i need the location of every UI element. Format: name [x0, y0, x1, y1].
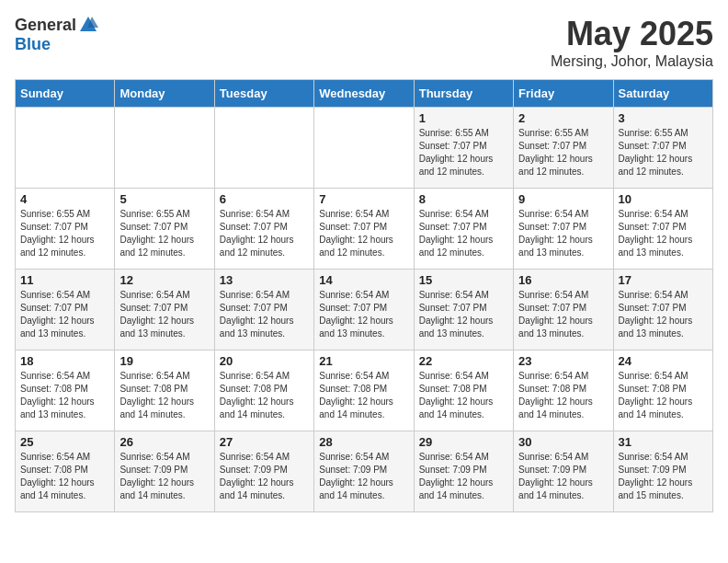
day-number: 12 [119, 273, 209, 287]
day-number: 10 [619, 192, 708, 206]
day-number: 28 [319, 435, 408, 449]
day-number: 23 [518, 354, 608, 368]
day-number: 19 [119, 354, 209, 368]
day-info: Sunrise: 6:54 AM Sunset: 7:07 PM Dayligh… [518, 289, 608, 340]
calendar-cell: 27Sunrise: 6:54 AM Sunset: 7:09 PM Dayli… [214, 431, 313, 512]
day-header-saturday: Saturday [613, 80, 712, 108]
day-number: 8 [419, 192, 508, 206]
calendar-cell: 21Sunrise: 6:54 AM Sunset: 7:08 PM Dayli… [314, 350, 414, 431]
calendar-cell: 15Sunrise: 6:54 AM Sunset: 7:07 PM Dayli… [414, 270, 513, 350]
day-number: 9 [518, 192, 608, 206]
day-info: Sunrise: 6:54 AM Sunset: 7:07 PM Dayligh… [619, 289, 708, 340]
calendar-cell: 9Sunrise: 6:54 AM Sunset: 7:07 PM Daylig… [514, 189, 613, 270]
calendar-cell: 10Sunrise: 6:54 AM Sunset: 7:07 PM Dayli… [613, 189, 712, 270]
day-info: Sunrise: 6:54 AM Sunset: 7:09 PM Dayligh… [220, 451, 309, 502]
calendar-cell [314, 108, 414, 189]
day-info: Sunrise: 6:54 AM Sunset: 7:07 PM Dayligh… [619, 208, 708, 259]
day-number: 16 [518, 273, 608, 287]
calendar-cell: 20Sunrise: 6:54 AM Sunset: 7:08 PM Dayli… [214, 350, 313, 431]
day-number: 2 [518, 111, 608, 125]
day-number: 20 [220, 354, 309, 368]
day-info: Sunrise: 6:54 AM Sunset: 7:08 PM Dayligh… [319, 370, 408, 421]
day-info: Sunrise: 6:54 AM Sunset: 7:07 PM Dayligh… [518, 208, 608, 259]
day-info: Sunrise: 6:54 AM Sunset: 7:07 PM Dayligh… [20, 289, 109, 340]
day-header-friday: Friday [514, 80, 613, 108]
calendar-week-row: 18Sunrise: 6:54 AM Sunset: 7:08 PM Dayli… [16, 350, 713, 431]
day-number: 11 [20, 273, 109, 287]
day-info: Sunrise: 6:55 AM Sunset: 7:07 PM Dayligh… [419, 127, 508, 178]
day-info: Sunrise: 6:54 AM Sunset: 7:07 PM Dayligh… [419, 208, 508, 259]
calendar-cell: 12Sunrise: 6:54 AM Sunset: 7:07 PM Dayli… [115, 270, 214, 350]
calendar-cell: 4Sunrise: 6:55 AM Sunset: 7:07 PM Daylig… [16, 189, 115, 270]
logo: General Blue [15, 15, 98, 54]
calendar-cell [115, 108, 214, 189]
calendar-cell: 29Sunrise: 6:54 AM Sunset: 7:09 PM Dayli… [414, 431, 513, 512]
calendar-cell [214, 108, 313, 189]
day-info: Sunrise: 6:55 AM Sunset: 7:07 PM Dayligh… [518, 127, 608, 178]
day-info: Sunrise: 6:54 AM Sunset: 7:07 PM Dayligh… [220, 208, 309, 259]
day-info: Sunrise: 6:55 AM Sunset: 7:07 PM Dayligh… [619, 127, 708, 178]
day-number: 25 [20, 435, 109, 449]
calendar-cell: 7Sunrise: 6:54 AM Sunset: 7:07 PM Daylig… [314, 189, 414, 270]
calendar-cell: 1Sunrise: 6:55 AM Sunset: 7:07 PM Daylig… [414, 108, 513, 189]
calendar-week-row: 4Sunrise: 6:55 AM Sunset: 7:07 PM Daylig… [16, 189, 713, 270]
day-info: Sunrise: 6:54 AM Sunset: 7:07 PM Dayligh… [319, 289, 408, 340]
day-number: 31 [619, 435, 708, 449]
logo-blue-text: Blue [15, 35, 51, 53]
day-info: Sunrise: 6:54 AM Sunset: 7:09 PM Dayligh… [619, 451, 708, 502]
day-number: 30 [518, 435, 608, 449]
calendar-cell: 23Sunrise: 6:54 AM Sunset: 7:08 PM Dayli… [514, 350, 613, 431]
day-number: 14 [319, 273, 408, 287]
logo-general-text: General [15, 16, 76, 35]
day-info: Sunrise: 6:54 AM Sunset: 7:09 PM Dayligh… [119, 451, 209, 502]
day-info: Sunrise: 6:54 AM Sunset: 7:09 PM Dayligh… [319, 451, 408, 502]
calendar-cell: 28Sunrise: 6:54 AM Sunset: 7:09 PM Dayli… [314, 431, 414, 512]
calendar-cell: 22Sunrise: 6:54 AM Sunset: 7:08 PM Dayli… [414, 350, 513, 431]
calendar-cell: 26Sunrise: 6:54 AM Sunset: 7:09 PM Dayli… [115, 431, 214, 512]
day-number: 4 [20, 192, 109, 206]
day-header-tuesday: Tuesday [214, 80, 313, 108]
day-number: 3 [619, 111, 708, 125]
calendar-cell: 14Sunrise: 6:54 AM Sunset: 7:07 PM Dayli… [314, 270, 414, 350]
header: General Blue May 2025 Mersing, Johor, Ma… [15, 15, 713, 70]
day-number: 15 [419, 273, 508, 287]
calendar-cell: 11Sunrise: 6:54 AM Sunset: 7:07 PM Dayli… [16, 270, 115, 350]
day-header-thursday: Thursday [414, 80, 513, 108]
day-info: Sunrise: 6:54 AM Sunset: 7:08 PM Dayligh… [518, 370, 608, 421]
day-number: 7 [319, 192, 408, 206]
day-info: Sunrise: 6:55 AM Sunset: 7:07 PM Dayligh… [20, 208, 109, 259]
calendar-cell: 25Sunrise: 6:54 AM Sunset: 7:08 PM Dayli… [16, 431, 115, 512]
day-info: Sunrise: 6:54 AM Sunset: 7:08 PM Dayligh… [419, 370, 508, 421]
calendar-cell: 13Sunrise: 6:54 AM Sunset: 7:07 PM Dayli… [214, 270, 313, 350]
day-header-wednesday: Wednesday [314, 80, 414, 108]
calendar-cell: 3Sunrise: 6:55 AM Sunset: 7:07 PM Daylig… [613, 108, 712, 189]
day-number: 5 [119, 192, 209, 206]
calendar-cell: 24Sunrise: 6:54 AM Sunset: 7:08 PM Dayli… [613, 350, 712, 431]
day-info: Sunrise: 6:54 AM Sunset: 7:07 PM Dayligh… [220, 289, 309, 340]
day-number: 6 [220, 192, 309, 206]
calendar-cell: 8Sunrise: 6:54 AM Sunset: 7:07 PM Daylig… [414, 189, 513, 270]
day-info: Sunrise: 6:54 AM Sunset: 7:07 PM Dayligh… [119, 289, 209, 340]
calendar-cell: 2Sunrise: 6:55 AM Sunset: 7:07 PM Daylig… [514, 108, 613, 189]
day-info: Sunrise: 6:54 AM Sunset: 7:08 PM Dayligh… [20, 370, 109, 421]
calendar-cell: 16Sunrise: 6:54 AM Sunset: 7:07 PM Dayli… [514, 270, 613, 350]
day-number: 24 [619, 354, 708, 368]
calendar-header-row: SundayMondayTuesdayWednesdayThursdayFrid… [16, 80, 713, 108]
day-number: 22 [419, 354, 508, 368]
logo-icon [78, 15, 98, 35]
day-info: Sunrise: 6:54 AM Sunset: 7:09 PM Dayligh… [518, 451, 608, 502]
day-number: 1 [419, 111, 508, 125]
subtitle: Mersing, Johor, Malaysia [551, 53, 713, 70]
day-info: Sunrise: 6:54 AM Sunset: 7:07 PM Dayligh… [419, 289, 508, 340]
calendar-cell: 17Sunrise: 6:54 AM Sunset: 7:07 PM Dayli… [613, 270, 712, 350]
title-section: May 2025 Mersing, Johor, Malaysia [551, 15, 713, 70]
calendar-cell: 19Sunrise: 6:54 AM Sunset: 7:08 PM Dayli… [115, 350, 214, 431]
day-header-sunday: Sunday [16, 80, 115, 108]
day-info: Sunrise: 6:54 AM Sunset: 7:07 PM Dayligh… [319, 208, 408, 259]
calendar-cell: 18Sunrise: 6:54 AM Sunset: 7:08 PM Dayli… [16, 350, 115, 431]
calendar-cell: 6Sunrise: 6:54 AM Sunset: 7:07 PM Daylig… [214, 189, 313, 270]
main-title: May 2025 [551, 15, 713, 53]
calendar-body: 1Sunrise: 6:55 AM Sunset: 7:07 PM Daylig… [16, 108, 713, 512]
day-number: 17 [619, 273, 708, 287]
calendar-cell [16, 108, 115, 189]
